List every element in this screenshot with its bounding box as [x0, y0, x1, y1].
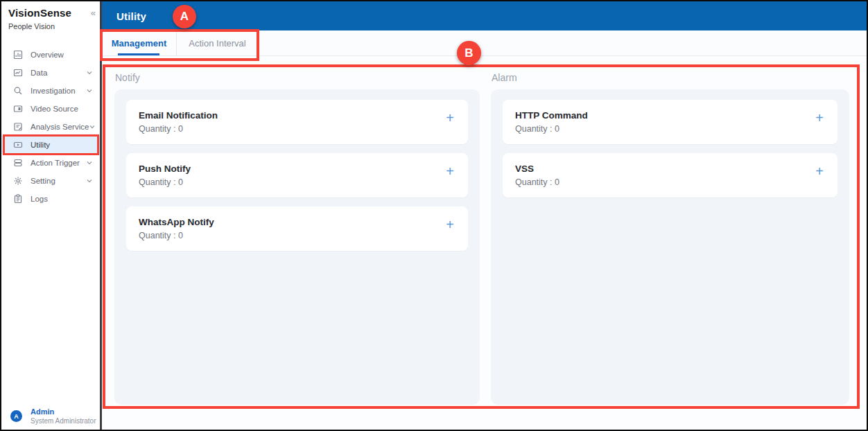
card-whatsapp-notify: WhatsApp Notify Quantity : 0 + — [126, 206, 468, 251]
data-chart-icon — [13, 68, 23, 78]
utility-icon — [13, 140, 23, 150]
card-quantity: Quantity : 0 — [139, 177, 455, 187]
search-icon — [13, 86, 23, 96]
sidebar-item-label: Data — [31, 69, 86, 77]
chevron-down-icon — [86, 69, 93, 76]
main-area: Utility Management Action Interval Notif… — [102, 1, 867, 430]
plus-icon: + — [446, 164, 454, 179]
sidebar-item-action-trigger[interactable]: Action Trigger — [1, 154, 100, 172]
chevron-down-icon — [86, 159, 93, 166]
notify-section: Notify Email Notification Quantity : 0 +… — [114, 72, 480, 405]
sidebar-item-data[interactable]: Data — [1, 64, 100, 82]
app-root: VisionSense « People Vision Overview Dat… — [1, 1, 867, 430]
section-title-alarm: Alarm — [492, 72, 849, 83]
sidebar-item-label: Setting — [31, 177, 86, 185]
card-title: WhatsApp Notify — [139, 217, 455, 227]
sidebar-item-label: Analysis Service — [31, 123, 89, 131]
plus-icon: + — [815, 110, 824, 125]
brand-subtitle: People Vision — [8, 22, 55, 30]
alarm-section: Alarm HTTP Command Quantity : 0 + VSS Qu… — [491, 72, 849, 405]
notify-panel: Email Notification Quantity : 0 + Push N… — [114, 89, 480, 405]
card-quantity: Quantity : 0 — [139, 231, 455, 240]
sidebar-item-label: Logs — [31, 195, 93, 203]
card-quantity: Quantity : 0 — [139, 124, 455, 134]
card-quantity: Quantity : 0 — [515, 124, 825, 134]
alarm-panel: HTTP Command Quantity : 0 + VSS Quantity… — [491, 89, 849, 405]
tab-action-interval[interactable]: Action Interval — [177, 30, 259, 55]
plus-icon: + — [815, 164, 824, 179]
card-push-notify: Push Notify Quantity : 0 + — [126, 153, 468, 197]
page-title: Utility — [116, 10, 146, 22]
layers-icon — [13, 158, 23, 168]
chevron-down-icon — [86, 87, 93, 94]
card-title: HTTP Command — [515, 110, 825, 121]
sidebar: VisionSense « People Vision Overview Dat… — [1, 1, 100, 430]
gear-icon — [13, 176, 23, 186]
add-whatsapp-notify-button[interactable]: + — [442, 217, 458, 232]
sidebar-item-logs[interactable]: Logs — [1, 190, 100, 208]
card-email-notification: Email Notification Quantity : 0 + — [126, 100, 468, 144]
video-icon — [13, 104, 23, 114]
tab-label: Action Interval — [189, 38, 245, 49]
sidebar-item-overview[interactable]: Overview — [1, 46, 100, 64]
content-area: Notify Email Notification Quantity : 0 +… — [102, 56, 867, 430]
window-frame: VisionSense « People Vision Overview Dat… — [0, 0, 868, 431]
sidebar-item-analysis-service[interactable]: Analysis Service — [1, 118, 100, 136]
card-quantity: Quantity : 0 — [515, 177, 825, 187]
section-title-notify: Notify — [115, 72, 480, 83]
sidebar-item-label: Action Trigger — [31, 159, 86, 167]
sidebar-item-setting[interactable]: Setting — [1, 172, 100, 190]
sidebar-item-video-source[interactable]: Video Source — [1, 100, 100, 118]
add-vss-button[interactable]: + — [812, 164, 827, 179]
avatar: A — [10, 410, 22, 422]
tab-label: Management — [112, 38, 166, 49]
card-title: Email Notification — [139, 110, 455, 121]
sidebar-item-label: Investigation — [31, 87, 86, 95]
add-push-notify-button[interactable]: + — [442, 164, 458, 179]
card-title: Push Notify — [139, 164, 455, 174]
add-http-command-button[interactable]: + — [812, 110, 827, 125]
sidebar-item-utility[interactable]: Utility — [1, 136, 100, 154]
user-name: Admin — [31, 407, 96, 416]
user-profile[interactable]: A Admin System Administrator — [10, 407, 96, 425]
chevron-down-icon — [89, 123, 96, 130]
plus-icon: + — [446, 110, 454, 125]
active-tab-underline — [118, 53, 159, 55]
tab-bar: Management Action Interval — [102, 30, 867, 56]
analysis-doc-icon — [13, 122, 23, 132]
brand-title: VisionSense — [8, 7, 71, 19]
user-role: System Administrator — [31, 417, 96, 425]
add-email-notification-button[interactable]: + — [442, 110, 458, 125]
sidebar-item-label: Utility — [31, 141, 93, 149]
bar-chart-icon — [13, 50, 23, 60]
plus-icon: + — [446, 217, 454, 232]
sidebar-item-investigation[interactable]: Investigation — [1, 82, 100, 100]
sidebar-item-label: Video Source — [31, 105, 93, 113]
card-title: VSS — [515, 164, 825, 174]
chevron-down-icon — [86, 177, 93, 184]
clipboard-icon — [13, 194, 23, 204]
collapse-sidebar-button[interactable]: « — [91, 8, 96, 18]
card-http-command: HTTP Command Quantity : 0 + — [503, 100, 837, 144]
sidebar-menu: Overview Data Investigation — [1, 46, 100, 208]
page-header: Utility — [102, 1, 867, 30]
card-vss: VSS Quantity : 0 + — [503, 153, 837, 197]
tab-management[interactable]: Management — [102, 30, 177, 55]
sidebar-item-label: Overview — [31, 51, 93, 59]
